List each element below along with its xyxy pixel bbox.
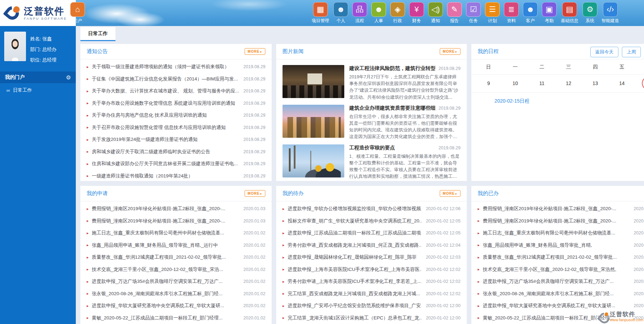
- nav-basic-info[interactable]: ▤ 基础信息: [561, 2, 578, 24]
- sidebar-section-label: 我的门户: [5, 74, 66, 80]
- list-item[interactable]: ▸ 进度款申报_上海市美容医院ICU手术室净化工程_上海市美容医... 2020…: [283, 264, 460, 276]
- calendar-date[interactable]: 12: [555, 74, 582, 92]
- panel-my-done: 我的已办 ▸ 费用报销_潼南区2019年绿化补贴项目-施工2标段_张鑫_2020…: [471, 186, 644, 324]
- list-item[interactable]: ▸ 投标文件审查_胡广生_华软大厦研究基地中央空调系统工程_20... 2020…: [283, 215, 460, 227]
- nav-attendance[interactable]: ▣ 考勤: [542, 2, 557, 24]
- calendar-date[interactable]: 9: [475, 74, 502, 92]
- list-item[interactable]: ▸ 费用报销_潼南区2019年绿化补贴项目-施工2标段_张鑫_2020-... …: [87, 203, 265, 215]
- calendar-date[interactable]: 15: [635, 74, 644, 92]
- more-button[interactable]: MORE▸: [440, 48, 461, 55]
- gear-icon[interactable]: ⚙: [66, 74, 71, 81]
- list-item[interactable]: ▸ 一级建造师注册证书领取通知（2019年第24批） 2019.08.29: [87, 170, 265, 181]
- tab-daily-work[interactable]: 日常工作: [80, 27, 115, 41]
- nav-hr[interactable]: ☻ 人事: [371, 2, 386, 24]
- news-list: 建设工程法律风险防范，建筑行业转型升级之路沙龙活动 2019.08.29 201…: [276, 59, 467, 180]
- list-item[interactable]: ▸ 进度款申报_万达广场35#会所及咖啡厅空调安装工程_万达广... 2020.…: [478, 276, 644, 288]
- item-date: 2019.08.29: [244, 89, 266, 93]
- more-button[interactable]: MORE▸: [245, 190, 266, 197]
- nav-task[interactable]: ☑ 任务: [466, 2, 481, 24]
- list-item[interactable]: ▸ 进度款申报_万达广场35#会所及咖啡厅空调安装工程_万达广... 2020.…: [87, 276, 265, 288]
- list-item[interactable]: ▸ 关于举办大数据、云计算技术在城市建设、 规划、管理与服务中的应... 201…: [87, 85, 265, 97]
- nav-personal[interactable]: ☻ 个人: [333, 2, 348, 24]
- list-item[interactable]: ▸ 张鑫_用品领用申请_账簿_财务用品_领导审批_肖晴,_运行中 2020.01…: [87, 239, 265, 252]
- list-item[interactable]: ▸ 于征集《中国建筑施工行业信息化发展报告（2014）—BIM应用与发... 2…: [87, 73, 265, 85]
- list-item[interactable]: ▸ 施工日志_张鑫_重庆太极制药有限公司亳州中药材仓储物流基... 2020.0…: [478, 227, 644, 239]
- nav-notice[interactable]: ◁) 通知: [428, 2, 443, 24]
- calendar-date-number: 9: [487, 80, 490, 86]
- list-item[interactable]: ▸ 质量整改_张鑫_华润12城房建工程项目_2021-02-02_领导审批...…: [478, 251, 644, 264]
- sidebar-item-daily-work[interactable]: ∞ 日常工作: [0, 83, 76, 98]
- brand-logo[interactable]: 泛普软件 FANPU SOFTWARE: [0, 0, 76, 26]
- more-arrow-icon: ▸: [456, 192, 458, 195]
- more-button[interactable]: MORE▸: [440, 190, 461, 197]
- calendar-date[interactable]: 11: [529, 74, 555, 92]
- news-item[interactable]: 建筑企业办理建筑资质需要注意哪些细节 2019.08.29 在日常生活中，很多人…: [283, 105, 460, 140]
- list-item[interactable]: ▸ 劳务付款申请_西安成都路龙湖上河城项目_何正茂_西安成都路... 2020-…: [283, 239, 460, 252]
- list-item[interactable]: ▸ 完工结算_西安成都路龙湖上河城项目_西安成都路龙湖上河城... 2020-0…: [283, 288, 460, 300]
- list-item[interactable]: ▸ 张永银_2020-08-26_湖南洞庭湖水库引水工程施工标_部门经... 2…: [87, 288, 265, 300]
- list-item[interactable]: ▸ 进度款申报_江苏成品油二期项目一标段工程_江苏成品油二期项... 2020-…: [283, 227, 460, 239]
- list-item[interactable]: ▸ 进度款申报_广安邓小平纪念馆安全防范系统维护保养项目_广安... 2020-…: [283, 300, 460, 312]
- module-label: 报告: [450, 18, 459, 24]
- main-content: 日常工作 通知公告 MORE▸ ▸ 关于领取一级注册建造师增项贴的通知（须: [76, 26, 644, 324]
- nav-project-management[interactable]: ▦ 项目管理: [312, 2, 329, 24]
- list-item[interactable]: ▸ 费用报销_潼南区2019年绿化补贴项目-施工2标段_张鑫_2020-... …: [478, 215, 644, 227]
- list-item[interactable]: ▸ 施工日志_张鑫_重庆太极制药有限公司亳州中药材仓储物流基... 2020.0…: [87, 227, 265, 239]
- news-title: 建筑企业办理建筑资质需要注意哪些细节: [349, 105, 435, 111]
- news-item[interactable]: 工程造价审核的要点 2019.08.29 1、核准工程量。工程量是编制决算最基本…: [283, 144, 460, 180]
- profile-photo[interactable]: [4, 32, 26, 61]
- list-item[interactable]: ▸ 完工结算_龙湖天街城1区设计采购施工（EPC）总承包工程_龙... 2020…: [283, 312, 460, 324]
- calendar-day-header: 二: [529, 59, 555, 74]
- schedule-date-label[interactable]: 2020-02-15日程: [471, 92, 644, 104]
- list-item[interactable]: ▸ 费用报销_潼南区2019年绿化补贴项目-施工2标段_张鑫_2020-... …: [478, 203, 644, 215]
- list-item[interactable]: ▸ 进度款申报_华软办公楼增加视频监控项目_华软办公楼增加视频... 2020-…: [283, 203, 460, 215]
- nav-report[interactable]: ✎ 报告: [447, 2, 462, 24]
- list-item[interactable]: ▸ 进度款申报_晟铭园林绿化工程_晟铭园林绿化工程_陈菲_陈菲 2020-01-…: [283, 251, 460, 264]
- nav-workflow[interactable]: 品 流程: [352, 2, 367, 24]
- list-item[interactable]: ▸ 黄敏_2020-05-22_江苏成品油二期项目一标段工程_部门经理... 2…: [87, 312, 265, 324]
- calendar-date[interactable]: 10: [502, 74, 529, 92]
- nav-smart-build[interactable]: ‹/› 智能建造: [602, 2, 619, 24]
- list-item[interactable]: ▸ 关于举办市政公用设施数字化管理信息 系统建设与应用培训班的通知 2019.0…: [87, 97, 265, 110]
- prev-week-button[interactable]: 上周: [622, 47, 641, 57]
- news-item[interactable]: 建设工程法律风险防范，建筑行业转型升级之路沙龙活动 2019.08.29 201…: [283, 65, 460, 101]
- list-item[interactable]: ▸ 质量整改_张鑫_华润12城房建工程项目_2021-02-02_领导审批...…: [87, 251, 265, 264]
- item-date: 2020.01.03: [634, 206, 644, 211]
- sidebar-section-my-portal[interactable]: 我的门户 ⚙: [0, 72, 76, 83]
- bullet-icon: ▸: [87, 316, 89, 320]
- list-item[interactable]: ▸ 关于召开市政公用设施智慧化管理 信息技术与应用培训班的通知 2019.08.…: [87, 122, 265, 134]
- nav-document[interactable]: ≣ 资料: [504, 2, 519, 24]
- list-item[interactable]: ▸ 房和城乡建设厅关于取消二级建造师临时执业证书的公告 2019.08.29: [87, 146, 265, 158]
- more-button[interactable]: MORE▸: [245, 48, 266, 55]
- module-label: 人事: [374, 18, 383, 24]
- nav-portal[interactable]: ⌂ 门户: [70, 2, 85, 24]
- list-item[interactable]: ▸ 费用报销_潼南区2019年绿化补贴项目-施工2标段_张鑫_2020-... …: [87, 215, 265, 227]
- list-item[interactable]: ▸ 技术交底_龙湖三千里小区_张鑫_2020-12-02_领导审批_宋浩然, 2…: [478, 264, 644, 276]
- list-item[interactable]: ▸ 劳务付款申请_上海市美容医院ICU手术室净化工程_李若若_上... 2020…: [283, 276, 460, 288]
- list-item[interactable]: ▸ 进度款申报_华软大厦研究基地中央空调系统工程_华软大厦研... 2020.0…: [478, 300, 644, 312]
- list-item[interactable]: ▸ 进度款申报_华软大厦研究基地中央空调系统工程_华软大厦研... 2020.0…: [87, 300, 265, 312]
- calendar-date[interactable]: 14: [609, 74, 635, 92]
- module-icon: ¥: [409, 2, 424, 17]
- item-date: 2020.01.02: [634, 303, 644, 308]
- item-date: 2019.08.29: [244, 125, 266, 130]
- bullet-icon: ▸: [87, 207, 89, 211]
- bullet-icon: ▸: [283, 304, 285, 308]
- calendar-date[interactable]: 13: [582, 74, 609, 92]
- list-item[interactable]: ▸ 关于领取一级注册建造师增项贴的通知（须持一建证书前来领取） 2019.08.…: [87, 61, 265, 73]
- list-item[interactable]: ▸ 张鑫_用品领用申请_账簿_财务用品_领导审批_肖晴, 2020.01.02: [478, 239, 644, 252]
- nav-plan[interactable]: ☰ 计划: [485, 2, 500, 24]
- item-date: 2020-01-02 12:06: [426, 206, 460, 211]
- back-to-today-button[interactable]: 返回今天: [590, 47, 618, 57]
- nav-system[interactable]: ⚙ 系统: [583, 2, 597, 24]
- list-item[interactable]: ▸ 关于发放2019年第24批一级建造师注册证书的通知 2019.08.29: [87, 134, 265, 146]
- nav-finance[interactable]: ¥ 财务: [409, 2, 424, 24]
- nav-customer[interactable]: ☻ 客户: [523, 2, 538, 24]
- list-item[interactable]: ▸ 住房和城乡建设部办公厅关于同意吉林省开展二级建造师注册证书电... 2019…: [87, 158, 265, 170]
- list-item[interactable]: ▸ 关于举办住房与房地产信息化 技术及应用培训班的通知 2019.08.29: [87, 109, 265, 122]
- list-item[interactable]: ▸ 技术交底_龙湖三千里小区_张鑫_2020-12-02_领导审批_宋浩... …: [87, 264, 265, 276]
- nav-admin[interactable]: ◈ 行政: [390, 2, 405, 24]
- panel-picture-news: 图片新闻 MORE▸ 建设工程法律风险防范，建筑行业转型升级之路沙龙活动: [276, 44, 467, 181]
- module-icon-glyph: ◁): [431, 6, 440, 13]
- list-item[interactable]: ▸ 张永银_2020-08-26_湖南洞庭湖水库引水工程施工标_部门经... 2…: [478, 288, 644, 300]
